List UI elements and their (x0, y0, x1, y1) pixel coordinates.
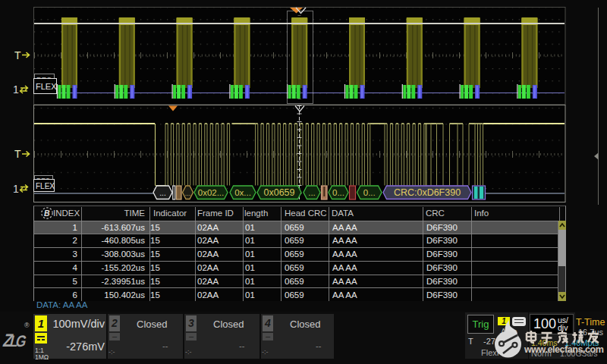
svg-text:...: ... (159, 189, 165, 197)
svg-text:0...: 0... (363, 188, 376, 197)
svg-text:1: 1 (13, 183, 19, 195)
svg-text:0x0659: 0x0659 (263, 187, 294, 198)
svg-text:...: ... (308, 188, 316, 197)
svg-text:ZLG: ZLG (1, 331, 28, 351)
svg-text:FLEX: FLEX (36, 82, 57, 91)
svg-text:0...: 0... (332, 188, 344, 197)
svg-text:B: B (44, 209, 50, 218)
svg-text:CRC:0xD6F390: CRC:0xD6F390 (394, 187, 461, 198)
svg-text:FLEX: FLEX (36, 182, 55, 190)
svg-text:T: T (14, 49, 21, 61)
svg-text:0x02...: 0x02... (198, 188, 225, 197)
svg-text:T: T (14, 148, 21, 160)
svg-text:1: 1 (13, 83, 19, 96)
svg-text:...: ... (185, 190, 191, 197)
svg-text:0x...: 0x... (234, 188, 251, 197)
